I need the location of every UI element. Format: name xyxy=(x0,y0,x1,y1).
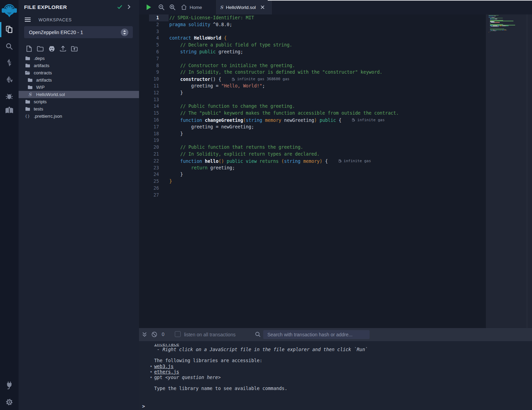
workspace-dropdown[interactable]: OpenZeppelin ERC20 - 1 xyxy=(24,26,133,38)
code-line-17[interactable]: 17 greeting = newGreeting; xyxy=(139,124,486,130)
terminal-output[interactable]: interface - Right click on a JavaScript … xyxy=(139,341,532,410)
line-number: 5 xyxy=(139,42,169,49)
code-line-12[interactable]: 12 } xyxy=(139,90,486,96)
line-number: 14 xyxy=(139,103,169,110)
new-folder-icon[interactable] xyxy=(36,44,45,53)
code-line-22[interactable]: 22 function hello() public view returns … xyxy=(139,158,486,165)
tree-item-label: scripts xyxy=(34,99,47,104)
tab-close-icon[interactable] xyxy=(260,5,265,9)
scrollbar-track-line xyxy=(527,14,527,328)
code-line-15[interactable]: 15 // The "public" keyword makes the fun… xyxy=(139,110,486,117)
tree-item-label: tests xyxy=(34,106,43,112)
code-line-9[interactable]: 9 // In Solidity, the constructor is def… xyxy=(139,69,486,76)
code-line-18[interactable]: 18 } xyxy=(139,130,486,137)
code-line-13[interactable]: 13 xyxy=(139,96,486,103)
tree-item-artifacts[interactable]: artifacts xyxy=(19,62,139,69)
code-text: } xyxy=(169,171,183,178)
json-icon: {} xyxy=(25,114,30,118)
listen-transactions-checkbox[interactable] xyxy=(175,331,181,337)
debugger-icon[interactable] xyxy=(0,88,19,104)
tree-item-helloworld-sol[interactable]: SHelloWorld.sol xyxy=(19,91,139,98)
code-line-26[interactable]: 26 xyxy=(139,185,486,192)
code-line-20[interactable]: 20 // Public function that returns the g… xyxy=(139,144,486,151)
tree-item--deps[interactable]: .deps xyxy=(19,55,139,62)
tab-helloworld-sol[interactable]: S HelloWorld.sol xyxy=(216,0,272,14)
tree-item-scripts[interactable]: scripts xyxy=(19,98,139,105)
transaction-search-input[interactable] xyxy=(263,330,370,339)
tree-item-tests[interactable]: tests xyxy=(19,105,139,113)
code-line-4[interactable]: 4contract HelloWorld { xyxy=(139,35,486,42)
code-line-11[interactable]: 11 greeting = "Hello, World!"; xyxy=(139,83,486,90)
code-text: // Declare a public field of type string… xyxy=(169,42,292,49)
accept-check-icon[interactable] xyxy=(117,4,123,9)
line-number: 19 xyxy=(139,137,169,144)
tree-item-label: artifacts xyxy=(36,77,52,83)
run-script-button[interactable] xyxy=(144,3,153,12)
terminal-line: The following libraries are accessible: xyxy=(139,358,532,364)
upload-file-icon[interactable] xyxy=(58,44,67,53)
zoom-in-button[interactable] xyxy=(168,3,177,12)
code-line-5[interactable]: 5 // Declare a public field of type stri… xyxy=(139,42,486,49)
line-number: 21 xyxy=(139,151,169,158)
search-icon[interactable] xyxy=(0,39,19,54)
code-line-3[interactable]: 3 xyxy=(139,28,486,35)
code-line-25[interactable]: 25} xyxy=(139,178,486,185)
deploy-run-icon[interactable] xyxy=(0,72,19,87)
upload-folder-icon[interactable] xyxy=(70,44,79,53)
top-edge-highlight xyxy=(268,0,532,1)
collapse-terminal-icon[interactable] xyxy=(142,332,147,337)
code-editor[interactable]: 1// SPDX-License-Identifier: MIT2pragma … xyxy=(139,14,486,328)
solidity-compiler-icon[interactable] xyxy=(0,55,19,70)
terminal-link[interactable]: ethers.js xyxy=(154,369,179,375)
terminal-link[interactable]: interface xyxy=(154,344,532,347)
new-file-icon[interactable] xyxy=(24,44,33,53)
remix-logo-icon[interactable] xyxy=(1,2,18,19)
code-text: // Public function that returns the gree… xyxy=(169,144,303,151)
learneth-book-icon[interactable] xyxy=(0,103,19,118)
terminal-link[interactable]: web3.js xyxy=(154,364,173,369)
code-text: // In Solidity, explicit return types ar… xyxy=(169,151,320,158)
line-number: 4 xyxy=(139,35,169,42)
workspaces-menu-icon[interactable] xyxy=(24,17,31,22)
bullet-icon: • xyxy=(150,364,154,369)
code-line-24[interactable]: 24 } xyxy=(139,171,486,178)
minimap[interactable] xyxy=(489,15,524,34)
terminal-search-icon xyxy=(255,332,261,337)
tree-item-label: WIP xyxy=(36,85,45,90)
tree-item-wip[interactable]: WIP xyxy=(19,84,139,91)
line-number: 12 xyxy=(139,90,169,96)
code-text: // In Solidity, the constructor is defin… xyxy=(169,69,382,76)
code-line-23[interactable]: 23 return greeting; xyxy=(139,165,486,171)
code-line-1[interactable]: 1// SPDX-License-Identifier: MIT xyxy=(139,14,486,21)
plugin-manager-icon[interactable] xyxy=(0,378,19,393)
bullet-icon: • xyxy=(150,375,154,380)
code-line-16[interactable]: 16 function changeGreeting(string memory… xyxy=(139,117,486,124)
tree-item--prettierrc-json[interactable]: {}.prettierrc.json xyxy=(19,113,139,120)
line-number: 26 xyxy=(139,185,169,192)
code-text xyxy=(169,28,169,35)
code-line-21[interactable]: 21 // In Solidity, explicit return types… xyxy=(139,151,486,158)
tab-home[interactable]: Home xyxy=(178,0,216,14)
code-line-10[interactable]: 10 constructor() {infinite gas 368600 ga… xyxy=(139,76,486,83)
clear-console-icon[interactable] xyxy=(151,332,157,337)
editor-area: Home S HelloWorld.sol 1// SPDX-License-I… xyxy=(139,0,532,328)
file-explorer-icon[interactable] xyxy=(0,22,19,37)
workspace-dropdown-toggle-icon[interactable] xyxy=(121,29,128,36)
zoom-out-button[interactable] xyxy=(157,3,166,12)
code-line-8[interactable]: 8 // Constructor to initialize the greet… xyxy=(139,62,486,69)
code-line-27[interactable]: 27 xyxy=(139,192,486,199)
panel-chevron-right-icon[interactable] xyxy=(127,4,131,9)
settings-gear-icon[interactable] xyxy=(0,395,19,410)
line-number: 25 xyxy=(139,178,169,185)
code-line-14[interactable]: 14 // Public function to change the gree… xyxy=(139,103,486,110)
code-line-7[interactable]: 7 xyxy=(139,55,486,62)
code-line-6[interactable]: 6 string public greeting; xyxy=(139,49,486,55)
play-icon xyxy=(147,4,151,10)
code-line-19[interactable]: 19 xyxy=(139,137,486,144)
code-line-2[interactable]: 2pragma solidity ^0.8.0; xyxy=(139,21,486,28)
tree-item-contracts[interactable]: contracts xyxy=(19,69,139,76)
terminal-prompt[interactable]: > xyxy=(139,403,532,409)
github-icon[interactable] xyxy=(47,44,56,53)
tree-item-artifacts[interactable]: artifacts xyxy=(19,76,139,84)
code-text: } xyxy=(169,130,183,137)
